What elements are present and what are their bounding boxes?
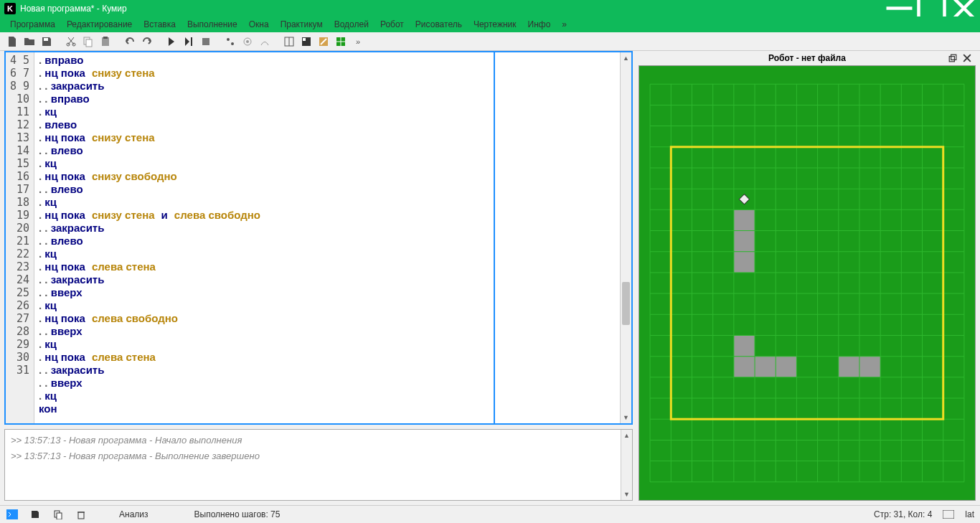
scroll-down-icon[interactable]: ▼ [621, 412, 631, 423]
menu-item-1[interactable]: Редактирование [61, 18, 138, 31]
menu-item-5[interactable]: Практикум [275, 18, 329, 31]
robot-field[interactable] [639, 65, 976, 501]
menu-item-2[interactable]: Вставка [138, 18, 182, 31]
svg-rect-37 [859, 357, 880, 377]
svg-rect-79 [78, 512, 84, 519]
status-lang: lat [965, 509, 974, 519]
svg-rect-10 [103, 37, 108, 39]
breakpoint-icon[interactable] [222, 34, 238, 50]
status-cursor-pos: Стр: 31, Кол: 4 [874, 509, 932, 519]
panel4-icon[interactable] [333, 34, 349, 50]
status-analysis: Анализ [119, 509, 149, 519]
robot-header: Робот - нет файла [639, 51, 976, 65]
svg-rect-31 [734, 252, 755, 273]
svg-rect-25 [949, 57, 954, 62]
svg-rect-35 [776, 357, 796, 377]
svg-rect-74 [671, 147, 943, 419]
svg-rect-8 [86, 39, 92, 47]
toolbar: » [0, 32, 980, 51]
step-icon[interactable] [181, 34, 197, 50]
statusbar: Анализ Выполнено шагов: 75 Стр: 31, Кол:… [0, 505, 980, 523]
status-console-icon[interactable] [6, 508, 19, 521]
svg-rect-33 [734, 357, 755, 377]
undo-icon[interactable] [122, 34, 138, 50]
panel1-icon[interactable] [281, 34, 297, 50]
menu-item-10[interactable]: Инфо [522, 18, 557, 31]
menu-item-0[interactable]: Программа [4, 18, 61, 31]
svg-rect-12 [202, 38, 209, 45]
run-icon[interactable] [164, 34, 179, 50]
window-title: Новая программа* - Кумир [20, 4, 883, 14]
panel3-icon[interactable] [316, 34, 331, 50]
left-column: 4 5 6 7 8 9 10 11 12 13 14 15 16 17 18 1… [4, 51, 633, 501]
svg-rect-26 [951, 55, 956, 60]
status-steps: Выполнено шагов: 75 [194, 509, 281, 519]
status-delete-icon[interactable] [75, 508, 88, 521]
editor-split[interactable] [494, 52, 495, 423]
code-area[interactable]: . вправо . нц пока снизу стена . . закра… [34, 52, 620, 423]
robot-title: Робот - нет файла [768, 53, 846, 63]
menu-item-6[interactable]: Водолей [329, 18, 374, 31]
output-console: >> 13:57:13 - Новая программа - Начало в… [4, 429, 633, 501]
robot-restore-icon[interactable] [947, 52, 958, 64]
menu-item-7[interactable]: Робот [374, 18, 410, 31]
console-scrollbar[interactable]: ▲ ▼ [621, 430, 632, 500]
tool2-icon[interactable] [240, 34, 255, 50]
svg-point-14 [231, 42, 234, 45]
menu-item-9[interactable]: Чертежник [468, 18, 522, 31]
scroll-thumb[interactable] [622, 282, 630, 325]
cut-icon[interactable] [63, 34, 79, 50]
svg-rect-20 [303, 38, 306, 41]
status-copy-icon[interactable] [52, 508, 65, 521]
svg-rect-29 [734, 209, 755, 230]
copy-icon[interactable] [80, 34, 96, 50]
svg-rect-32 [734, 335, 755, 356]
menu-item-8[interactable]: Рисователь [410, 18, 468, 31]
stop-icon[interactable] [198, 34, 214, 50]
titlebar: K Новая программа* - Кумир [0, 0, 980, 17]
svg-point-16 [246, 40, 249, 43]
save-icon[interactable] [39, 34, 55, 50]
svg-rect-34 [755, 357, 776, 377]
menu-item-11[interactable]: » [556, 18, 573, 31]
svg-rect-78 [57, 513, 62, 519]
redo-icon[interactable] [139, 34, 155, 50]
scroll-down-icon[interactable]: ▼ [621, 489, 632, 500]
status-keyboard-icon[interactable] [942, 508, 955, 521]
svg-rect-11 [191, 37, 192, 46]
status-save-icon[interactable] [29, 508, 42, 521]
maximize-button[interactable] [915, 0, 948, 17]
paste-icon[interactable] [98, 34, 113, 50]
tool3-icon[interactable] [257, 34, 273, 50]
menubar: ПрограммаРедактированиеВставкаВыполнение… [0, 17, 980, 32]
robot-grid [639, 66, 975, 500]
line-gutter: 4 5 6 7 8 9 10 11 12 13 14 15 16 17 18 1… [6, 52, 34, 423]
robot-panel: Робот - нет файла [639, 51, 976, 501]
scroll-up-icon[interactable]: ▲ [621, 430, 632, 441]
svg-marker-75 [739, 194, 749, 204]
new-file-icon[interactable] [4, 34, 20, 50]
close-button[interactable] [948, 0, 980, 17]
svg-rect-30 [734, 231, 755, 252]
scroll-up-icon[interactable]: ▲ [621, 52, 631, 64]
toolbar-overflow[interactable]: » [350, 34, 366, 50]
menu-item-3[interactable]: Выполнение [182, 18, 243, 31]
main-area: 4 5 6 7 8 9 10 11 12 13 14 15 16 17 18 1… [0, 51, 980, 505]
svg-rect-36 [839, 357, 859, 377]
editor-scrollbar[interactable]: ▲ ▼ [620, 52, 631, 423]
svg-rect-81 [943, 510, 954, 519]
panel2-icon[interactable] [298, 34, 314, 50]
app-icon: K [4, 3, 16, 14]
svg-rect-76 [6, 509, 18, 519]
menu-item-4[interactable]: Окна [243, 18, 275, 31]
svg-point-13 [227, 38, 230, 41]
code-editor[interactable]: 4 5 6 7 8 9 10 11 12 13 14 15 16 17 18 1… [4, 51, 633, 425]
minimize-button[interactable] [883, 0, 915, 17]
robot-close-icon[interactable] [961, 52, 973, 64]
console-text: >> 13:57:13 - Новая программа - Начало в… [5, 430, 621, 500]
svg-rect-4 [44, 38, 48, 41]
open-file-icon[interactable] [22, 34, 37, 50]
